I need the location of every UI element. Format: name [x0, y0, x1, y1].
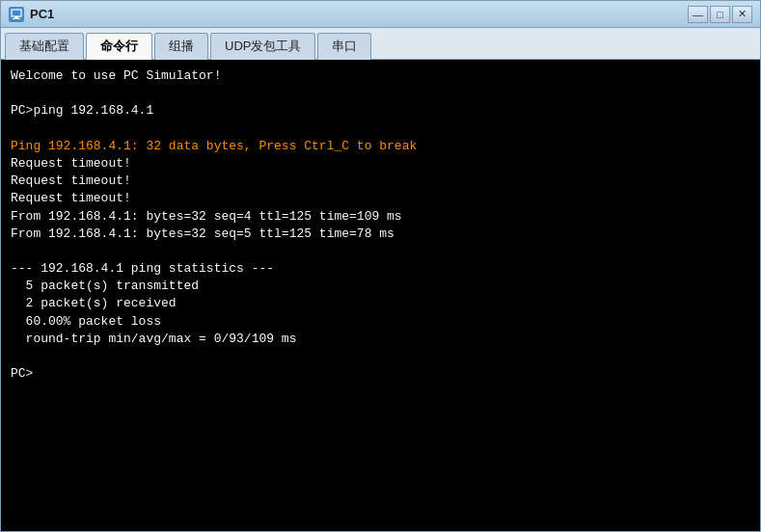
terminal-line: Request timeout!: [11, 190, 750, 207]
terminal-line: Welcome to use PC Simulator!: [11, 67, 750, 85]
terminal-line: Request timeout!: [11, 173, 750, 190]
terminal-line: 2 packet(s) received: [11, 295, 750, 312]
terminal-line: round-trip min/avg/max = 0/93/109 ms: [11, 331, 750, 348]
terminal-line: PC>ping 192.168.4.1: [11, 102, 750, 120]
tab-multicast[interactable]: 组播: [154, 33, 208, 60]
svg-rect-2: [13, 18, 20, 19]
terminal-line: 60.00% packet loss: [11, 313, 750, 331]
terminal-line: From 192.168.4.1: bytes=32 seq=5 ttl=125…: [11, 226, 750, 243]
tab-bar: 基础配置 命令行 组播 UDP发包工具 串口: [1, 28, 760, 60]
close-button[interactable]: ✕: [732, 6, 752, 23]
terminal-output[interactable]: Welcome to use PC Simulator! PC>ping 192…: [1, 60, 760, 531]
terminal-line: [11, 243, 750, 260]
tab-udp-tool[interactable]: UDP发包工具: [210, 33, 315, 60]
terminal-line: 5 packet(s) transmitted: [11, 278, 750, 295]
terminal-line: [11, 120, 750, 138]
terminal-line: [11, 348, 750, 365]
tab-serial[interactable]: 串口: [317, 33, 371, 60]
terminal-line: Ping 192.168.4.1: 32 data bytes, Press C…: [11, 138, 750, 155]
terminal-line: Request timeout!: [11, 155, 750, 173]
terminal-line: From 192.168.4.1: bytes=32 seq=4 ttl=125…: [11, 208, 750, 226]
svg-rect-0: [12, 10, 21, 16]
title-buttons: — □ ✕: [688, 6, 752, 23]
window-title: PC1: [30, 7, 688, 21]
terminal-prompt: PC>: [11, 365, 750, 383]
minimize-button[interactable]: —: [688, 6, 708, 23]
window-icon: [9, 7, 24, 22]
terminal-line: --- 192.168.4.1 ping statistics ---: [11, 260, 750, 278]
title-bar: PC1 — □ ✕: [1, 1, 760, 28]
tab-basic-config[interactable]: 基础配置: [5, 33, 84, 60]
tab-command-line[interactable]: 命令行: [86, 33, 152, 60]
terminal-line: [11, 85, 750, 102]
main-window: PC1 — □ ✕ 基础配置 命令行 组播 UDP发包工具 串口 Welcome…: [0, 0, 761, 532]
maximize-button[interactable]: □: [710, 6, 730, 23]
svg-rect-1: [14, 16, 18, 18]
